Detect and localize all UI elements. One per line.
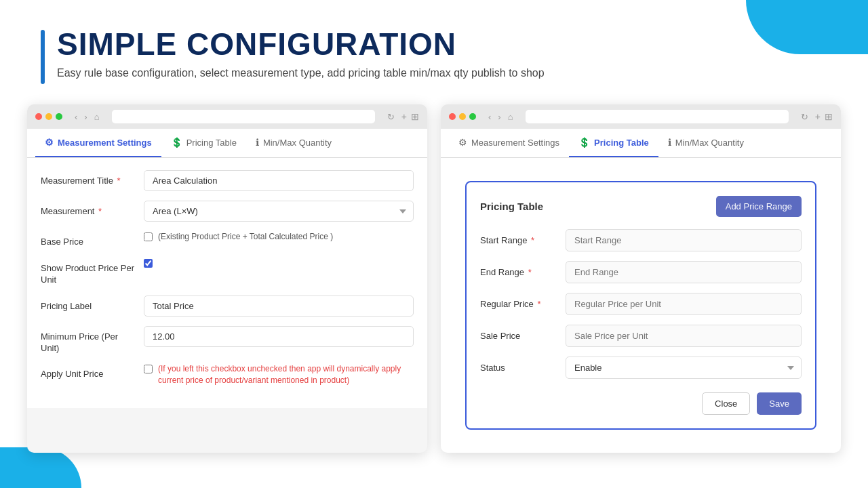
right-dot-yellow [459, 113, 466, 120]
show-product-price-label: Show Product Price Per Unit [41, 258, 136, 286]
right-settings-icon: ⚙ [458, 137, 467, 148]
browser-address-bar[interactable] [112, 110, 375, 123]
left-panel-content: Measurement Title * Measurement * Area (… [27, 158, 427, 408]
dollar-icon: 💲 [171, 137, 182, 148]
page-subtitle: Easy rule base configuration, select mea… [57, 67, 545, 79]
tab-min-max-left[interactable]: ℹ Min/Max Quantity [246, 129, 341, 157]
decorative-blob-bottom-left [0, 447, 81, 488]
pricing-modal-header: Pricing Table Add Price Range [480, 196, 802, 217]
right-browser-add: + [815, 111, 821, 122]
right-browser-menu: ⊞ [825, 111, 833, 122]
form-row-pricing-label: Pricing Label [41, 296, 414, 317]
pricing-label-input[interactable] [144, 296, 414, 317]
start-range-label: Start Range * [480, 235, 555, 245]
right-nav-back[interactable]: ‹ [487, 112, 492, 122]
base-price-checkbox-label: (Existing Product Price + Total Calculat… [158, 231, 333, 243]
measurement-title-input[interactable] [144, 170, 414, 191]
left-browser-toolbar: ‹ › ⌂ ↻ + ⊞ [27, 104, 427, 129]
tab-label-measurement-settings-right: Measurement Settings [471, 138, 559, 148]
page-title: SIMPLE CONFIGURATION [57, 27, 545, 62]
pricing-row-regular-price: Regular Price * [480, 293, 802, 315]
header-accent-bar [41, 30, 45, 84]
close-button[interactable]: Close [702, 392, 750, 415]
nav-back[interactable]: ‹ [73, 112, 79, 122]
tab-label-min-max-right: Min/Max Quantity [675, 138, 744, 148]
add-price-range-button[interactable]: Add Price Range [716, 196, 802, 217]
measurement-select[interactable]: Area (L×W) [144, 201, 414, 222]
nav-forward[interactable]: › [83, 112, 88, 122]
right-browser-dots [449, 113, 476, 120]
browser-add: + [401, 111, 407, 122]
pricing-row-status: Status Enable Disable [480, 357, 802, 379]
dot-red [35, 113, 42, 120]
sale-price-label: Sale Price [480, 331, 555, 341]
start-range-required: * [531, 235, 534, 245]
pricing-modal-footer: Close Save [480, 392, 802, 415]
right-browser-toolbar: ‹ › ⌂ ↻ + ⊞ [441, 104, 841, 129]
apply-unit-price-warning: (If you left this checkbox unchecked the… [158, 363, 414, 386]
end-range-required: * [528, 267, 532, 277]
header-text: SIMPLE CONFIGURATION Easy rule base conf… [57, 27, 545, 79]
info-icon: ℹ [256, 137, 259, 148]
browser-menu: ⊞ [411, 111, 419, 122]
regular-price-label: Regular Price * [480, 299, 555, 309]
sale-price-input[interactable] [566, 325, 802, 347]
save-button[interactable]: Save [757, 392, 802, 415]
right-nav-home[interactable]: ⌂ [507, 112, 515, 122]
show-product-price-checkbox[interactable] [144, 259, 153, 268]
minimum-price-label: Minimum Price (Per Unit) [41, 326, 136, 354]
minimum-price-input[interactable] [144, 326, 414, 347]
right-dot-red [449, 113, 456, 120]
right-nav-forward[interactable]: › [496, 112, 502, 122]
regular-price-input[interactable] [566, 293, 802, 315]
form-row-measurement-title: Measurement Title * [41, 170, 414, 191]
status-select[interactable]: Enable Disable [566, 357, 802, 379]
base-price-checkbox[interactable] [144, 232, 153, 241]
right-tab-bar: ⚙ Measurement Settings 💲 Pricing Table ℹ… [441, 129, 841, 158]
apply-unit-price-wrapper: (If you left this checkbox unchecked the… [144, 363, 414, 386]
tab-pricing-table-right[interactable]: 💲 Pricing Table [569, 129, 658, 157]
settings-icon: ⚙ [45, 137, 54, 148]
tab-pricing-table-left[interactable]: 💲 Pricing Table [161, 129, 246, 157]
tab-label-pricing-table-right: Pricing Table [594, 138, 649, 148]
left-browser-window: ‹ › ⌂ ↻ + ⊞ ⚙ Measurement Settings 💲 Pri… [27, 104, 427, 453]
tab-measurement-settings-left[interactable]: ⚙ Measurement Settings [35, 129, 161, 157]
tab-measurement-settings-right[interactable]: ⚙ Measurement Settings [449, 129, 569, 157]
required-asterisk: * [117, 176, 121, 186]
right-dollar-icon: 💲 [578, 137, 590, 148]
dot-yellow [45, 113, 52, 120]
base-price-label: Base Price [41, 231, 136, 248]
right-panel-content: Pricing Table Add Price Range Start Rang… [441, 158, 841, 453]
nav-refresh[interactable]: ↻ [386, 112, 396, 122]
pricing-label-label: Pricing Label [41, 296, 136, 312]
tab-min-max-right[interactable]: ℹ Min/Max Quantity [658, 129, 753, 157]
pricing-row-start-range: Start Range * [480, 229, 802, 251]
end-range-input[interactable] [566, 261, 802, 283]
browser-nav: ‹ › ⌂ [73, 112, 101, 122]
form-row-measurement: Measurement * Area (L×W) [41, 201, 414, 222]
right-browser-address-bar[interactable] [526, 110, 789, 123]
right-dot-green [469, 113, 476, 120]
regular-price-required: * [537, 299, 540, 309]
form-row-apply-unit-price: Apply Unit Price (If you left this check… [41, 363, 414, 386]
pricing-modal: Pricing Table Add Price Range Start Rang… [465, 181, 816, 430]
right-browser-window: ‹ › ⌂ ↻ + ⊞ ⚙ Measurement Settings 💲 Pri… [441, 104, 841, 453]
start-range-input[interactable] [566, 229, 802, 251]
right-info-icon: ℹ [668, 137, 671, 148]
pricing-row-end-range: End Range * [480, 261, 802, 283]
pricing-modal-title: Pricing Table [480, 201, 543, 212]
measurement-label: Measurement * [41, 201, 136, 218]
apply-unit-price-label: Apply Unit Price [41, 363, 136, 380]
right-nav-refresh[interactable]: ↻ [800, 112, 810, 122]
form-row-show-product-price: Show Product Price Per Unit [41, 258, 414, 286]
end-range-label: End Range * [480, 267, 555, 277]
apply-unit-price-checkbox[interactable] [144, 365, 153, 373]
right-browser-nav: ‹ › ⌂ [487, 112, 515, 122]
form-row-minimum-price: Minimum Price (Per Unit) [41, 326, 414, 354]
nav-home[interactable]: ⌂ [93, 112, 101, 122]
right-browser-actions: + ⊞ [815, 111, 833, 122]
status-label: Status [480, 363, 555, 373]
base-price-checkbox-wrapper: (Existing Product Price + Total Calculat… [144, 231, 414, 243]
required-asterisk-2: * [98, 206, 102, 216]
form-row-base-price: Base Price (Existing Product Price + Tot… [41, 231, 414, 248]
